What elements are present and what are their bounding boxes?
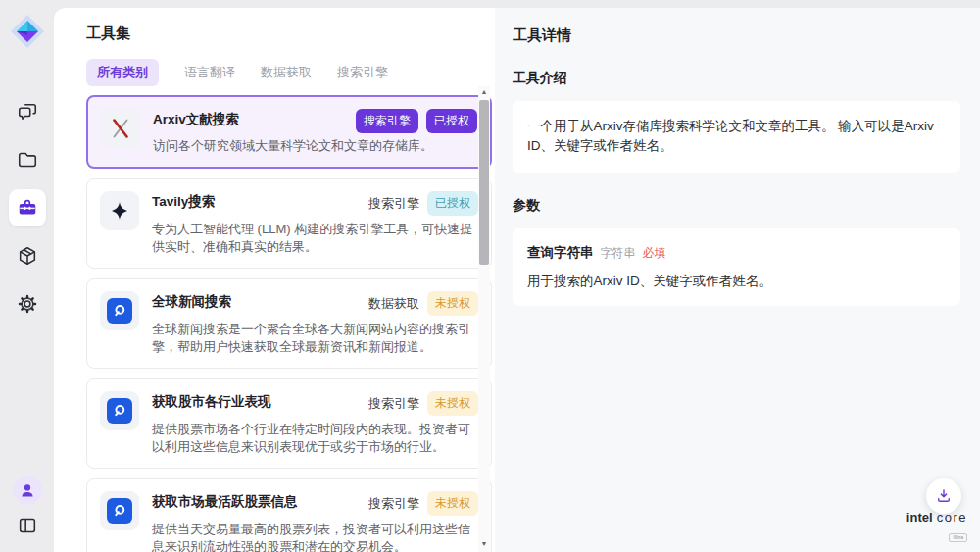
param-card: 查询字符串 字符串 必填 用于搜索的Arxiv ID、关键字或作者姓名。 <box>513 228 960 306</box>
auth-badge: 未授权 <box>427 491 478 516</box>
auth-badge: 未授权 <box>427 391 478 416</box>
category-badge: 搜索引擎 <box>356 109 418 133</box>
tool-description: 专为人工智能代理 (LLM) 构建的搜索引擎工具，可快速提供实时、准确和真实的结… <box>152 221 478 256</box>
brand-badge: Ultra <box>949 533 967 542</box>
app-logo-icon[interactable] <box>9 13 46 54</box>
tool-description: 访问各个研究领域大量科学论文和文章的存储库。 <box>153 137 477 155</box>
tool-card-arxiv[interactable]: Arxiv文献搜索 搜索引擎 已授权 访问各个研究领域大量科学论文和文章的存储库… <box>86 95 492 169</box>
intro-card: 一个用于从Arxiv存储库搜索科学论文和文章的工具。 输入可以是Arxiv ID… <box>513 101 960 173</box>
rail-bottom <box>0 476 54 552</box>
panel-toggle-icon[interactable] <box>15 513 40 538</box>
category-label: 数据获取 <box>368 291 419 317</box>
tool-name: Arxiv文献搜索 <box>153 109 239 128</box>
tab-search-engine[interactable]: 搜索引擎 <box>337 59 388 86</box>
folder-icon[interactable] <box>9 141 46 178</box>
avatar[interactable] <box>13 476 42 505</box>
left-rail <box>0 0 54 552</box>
chat-icon[interactable] <box>9 93 46 130</box>
scroll-up-icon[interactable]: ▲ <box>478 86 490 98</box>
auth-badge: 已授权 <box>426 109 477 133</box>
toolbox-icon[interactable] <box>9 189 46 226</box>
main-container: 工具集 所有类别 语言翻译 数据获取 搜索引擎 Arxiv文献搜索 <box>54 8 980 552</box>
tool-card-tavily[interactable]: Tavily搜索 搜索引擎 已授权 专为人工智能代理 (LLM) 构建的搜索引擎… <box>86 178 492 269</box>
scrollbar-thumb[interactable] <box>479 100 489 265</box>
scrollbar[interactable]: ▲ ▼ <box>478 86 490 552</box>
details-title: 工具详情 <box>513 26 960 45</box>
category-label: 搜索引擎 <box>368 391 419 417</box>
category-tabs: 所有类别 语言翻译 数据获取 搜索引擎 <box>86 59 495 86</box>
package-icon[interactable] <box>9 237 46 275</box>
tools-panel-title: 工具集 <box>86 25 495 43</box>
tools-panel: 工具集 所有类别 语言翻译 数据获取 搜索引擎 Arxiv文献搜索 <box>54 8 495 552</box>
tab-all-categories[interactable]: 所有类别 <box>86 59 159 86</box>
intro-text: 一个用于从Arxiv存储库搜索科学论文和文章的工具。 输入可以是Arxiv ID… <box>527 117 946 157</box>
news-search-icon <box>100 291 139 330</box>
auth-badge: 已授权 <box>427 191 478 216</box>
settings-icon[interactable] <box>9 285 46 323</box>
param-required-badge: 必填 <box>643 245 666 262</box>
tab-language-translation[interactable]: 语言翻译 <box>184 59 235 86</box>
tool-name: 获取市场最活跃股票信息 <box>152 491 298 511</box>
tool-card-global-news[interactable]: 全球新闻搜索 数据获取 未授权 全球新闻搜索是一个聚合全球各大新闻网站内容的搜索… <box>86 278 492 369</box>
tool-details-panel: 工具详情 工具介绍 一个用于从Arxiv存储库搜索科学论文和文章的工具。 输入可… <box>495 8 980 552</box>
param-name: 查询字符串 <box>527 244 594 262</box>
auth-badge: 未授权 <box>427 291 478 316</box>
tool-description: 提供股票市场各个行业在特定时间段内的表现。投资者可以利用这些信息来识别表现优于或… <box>152 421 478 456</box>
tool-name: 获取股市各行业表现 <box>152 391 271 411</box>
stock-search-icon <box>100 391 139 430</box>
tool-name: Tavily搜索 <box>152 191 215 211</box>
intro-heading: 工具介绍 <box>513 70 960 87</box>
brand-intel: intel <box>906 510 933 525</box>
tavily-icon <box>100 191 139 230</box>
tool-description: 提供当天交易量最高的股票列表，投资者可以利用这些信息来识别流动性强的股票和潜在的… <box>152 521 478 552</box>
arxiv-icon <box>101 109 140 148</box>
param-description: 用于搜索的Arxiv ID、关键字或作者姓名。 <box>527 273 946 290</box>
param-type: 字符串 <box>601 245 636 262</box>
stock-search-icon <box>100 491 139 530</box>
params-heading: 参数 <box>513 197 960 215</box>
tool-card-sector-performance[interactable]: 获取股市各行业表现 搜索引擎 未授权 提供股票市场各个行业在特定时间段内的表现。… <box>86 378 492 469</box>
tool-cards-list: Arxiv文献搜索 搜索引擎 已授权 访问各个研究领域大量科学论文和文章的存储库… <box>86 95 492 552</box>
tool-description: 全球新闻搜索是一个聚合全球各大新闻网站内容的搜索引擎，帮助用户快速获取全球最新资… <box>152 321 478 356</box>
scroll-down-icon[interactable]: ▼ <box>478 538 490 550</box>
category-label: 搜索引擎 <box>368 491 419 517</box>
category-label: 搜索引擎 <box>368 191 419 217</box>
tool-name: 全球新闻搜索 <box>152 291 231 311</box>
brand-core: core <box>937 510 967 525</box>
tool-card-active-stocks[interactable]: 获取市场最活跃股票信息 搜索引擎 未授权 提供当天交易量最高的股票列表，投资者可… <box>86 478 492 552</box>
intel-core-logo: intel core Ultra <box>906 508 967 543</box>
tab-data-acquisition[interactable]: 数据获取 <box>261 59 312 86</box>
